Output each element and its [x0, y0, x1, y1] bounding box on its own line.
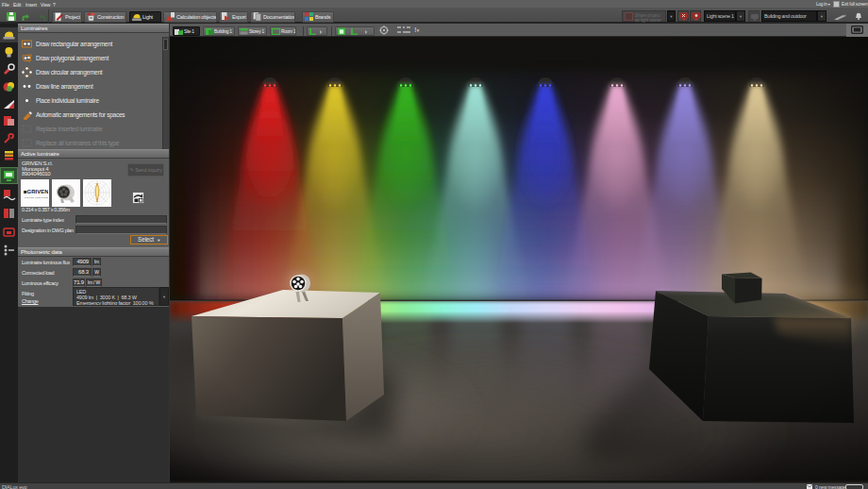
svg-text:a new age of light in architec: a new age of light in architecture	[25, 196, 48, 198]
svg-text:■GRIVEN: ■GRIVEN	[24, 189, 48, 194]
